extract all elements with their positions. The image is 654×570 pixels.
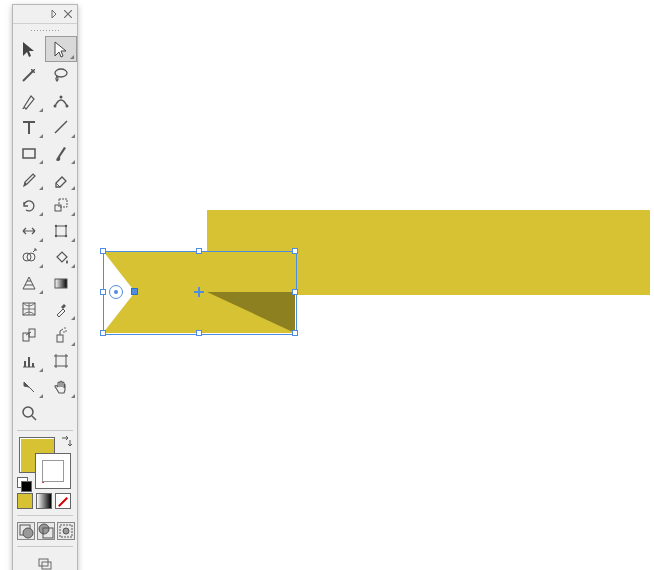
perspective-grid-tool[interactable] <box>13 270 45 296</box>
bbox-handle-tl[interactable] <box>100 248 106 254</box>
stroke-swatch[interactable] <box>35 453 71 489</box>
color-mode-solid[interactable] <box>17 493 33 509</box>
transform-origin-icon <box>109 285 123 299</box>
ribbon-tail-shape[interactable] <box>103 251 295 333</box>
draw-inside[interactable] <box>57 522 75 540</box>
panel-divider <box>17 546 73 547</box>
hand-tool[interactable] <box>45 374 77 400</box>
tool-grid <box>13 36 77 426</box>
draw-behind[interactable] <box>37 522 55 540</box>
panel-divider <box>17 430 73 431</box>
artboard-tool[interactable] <box>45 348 77 374</box>
selection-tool[interactable] <box>13 36 45 62</box>
width-tool[interactable] <box>13 218 45 244</box>
bbox-handle-tm[interactable] <box>196 248 202 254</box>
pen-tool[interactable] <box>13 88 45 114</box>
svg-marker-2 <box>207 292 295 333</box>
line-segment-tool[interactable] <box>45 114 77 140</box>
svg-marker-1 <box>103 251 295 333</box>
scale-tool[interactable] <box>45 192 77 218</box>
type-tool[interactable] <box>13 114 45 140</box>
panel-grip[interactable] <box>13 24 77 36</box>
lasso-tool[interactable] <box>45 62 77 88</box>
rectangle-tool[interactable] <box>13 140 45 166</box>
direct-selection-tool[interactable] <box>45 36 77 62</box>
slice-tool[interactable] <box>13 374 45 400</box>
bbox-handle-tr[interactable] <box>292 248 298 254</box>
background-rectangle-shape[interactable] <box>207 210 650 295</box>
fill-stroke-swatches[interactable] <box>17 435 73 491</box>
bbox-handle-bl[interactable] <box>100 330 106 336</box>
eyedropper-tool[interactable] <box>45 296 77 322</box>
default-fill-stroke-icon[interactable] <box>17 477 31 491</box>
paintbrush-tool[interactable] <box>45 140 77 166</box>
blend-tool[interactable] <box>13 322 45 348</box>
color-mode-gradient[interactable] <box>36 493 52 509</box>
bbox-handle-mr[interactable] <box>292 289 298 295</box>
panel-divider <box>17 515 73 516</box>
panel-header[interactable] <box>13 5 77 24</box>
center-point-icon <box>194 287 204 297</box>
canvas <box>0 0 654 570</box>
symbol-sprayer-tool[interactable] <box>45 322 77 348</box>
close-panel-icon[interactable] <box>63 9 73 19</box>
tool-empty <box>45 400 77 426</box>
selected-anchor-point[interactable] <box>131 288 138 295</box>
mesh-tool[interactable] <box>13 296 45 322</box>
eraser-tool[interactable] <box>45 166 77 192</box>
color-mode-row <box>13 491 77 511</box>
rotate-tool[interactable] <box>13 192 45 218</box>
gradient-tool[interactable] <box>45 270 77 296</box>
draw-mode-row <box>13 520 77 542</box>
tools-panel[interactable] <box>12 4 78 570</box>
magic-wand-tool[interactable] <box>13 62 45 88</box>
zoom-tool[interactable] <box>13 400 45 426</box>
curvature-tool[interactable] <box>45 88 77 114</box>
live-paint-bucket-tool[interactable] <box>45 244 77 270</box>
free-transform-tool[interactable] <box>45 218 77 244</box>
swap-fill-stroke-icon[interactable] <box>59 435 73 449</box>
column-graph-tool[interactable] <box>13 348 45 374</box>
change-screen-mode-button[interactable] <box>36 555 54 570</box>
bbox-handle-ml[interactable] <box>100 289 106 295</box>
color-mode-none[interactable] <box>55 493 71 509</box>
shape-builder-tool[interactable] <box>13 244 45 270</box>
draw-normal[interactable] <box>17 522 35 540</box>
bbox-handle-bm[interactable] <box>196 330 202 336</box>
selection-bounding-box <box>103 251 297 335</box>
pencil-tool[interactable] <box>13 166 45 192</box>
bbox-handle-br[interactable] <box>292 330 298 336</box>
svg-rect-0 <box>207 210 650 295</box>
collapse-panel-icon[interactable] <box>49 9 59 19</box>
